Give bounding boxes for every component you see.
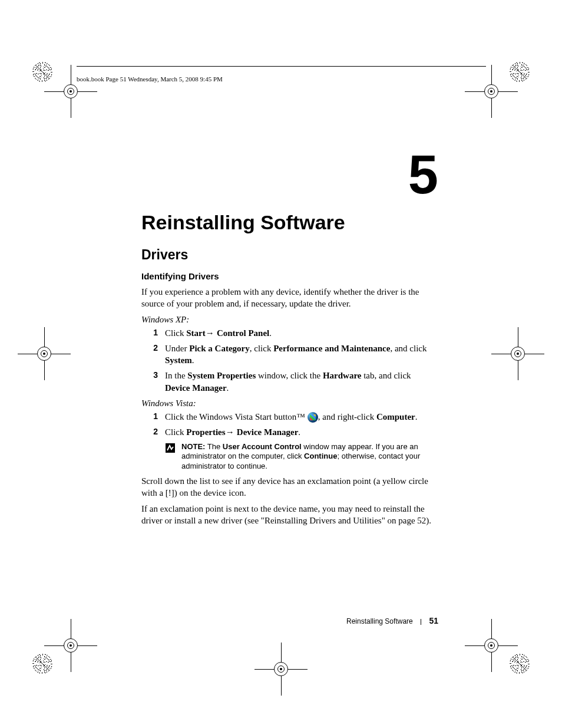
- note-block: NOTE: The User Account Control window ma…: [165, 442, 436, 472]
- ui-term: Control Panel: [217, 328, 269, 338]
- step-text: Click the Windows Vista Start button™: [165, 412, 308, 421]
- list-item: Under Pick a Category, click Performance…: [141, 342, 436, 367]
- section-title: Drivers: [141, 247, 436, 263]
- body-paragraph: If an exclamation point is next to the d…: [141, 503, 436, 527]
- step-text: , and right-click: [318, 412, 376, 421]
- ui-term: Computer: [376, 412, 415, 421]
- vista-steps: Click the Windows Vista Start button™ , …: [141, 411, 436, 439]
- footer-separator: [421, 619, 421, 625]
- xp-steps: Click Start→ Control Panel. Under Pick a…: [141, 327, 436, 394]
- ui-term: Hardware: [323, 371, 362, 380]
- list-item: Click Properties→ Device Manager.: [141, 426, 436, 438]
- step-text: , and click: [390, 344, 427, 353]
- os-label-vista: Windows Vista:: [141, 398, 436, 409]
- ui-term: User Account Control: [223, 442, 302, 451]
- arrow-text: →: [206, 328, 217, 338]
- ui-term: Properties: [186, 427, 225, 437]
- intro-paragraph: If you experience a problem with any dev…: [141, 286, 436, 310]
- note-text: NOTE: The User Account Control window ma…: [181, 442, 436, 472]
- crop-mark-icon: [465, 65, 518, 118]
- step-text: , click: [250, 344, 273, 353]
- content-area: Reinstalling Software Drivers Identifyin…: [141, 152, 436, 530]
- arrow-text: →: [226, 427, 237, 437]
- crop-mark-icon: [491, 327, 544, 380]
- ui-term: Continue: [304, 452, 337, 460]
- subsection-title: Identifying Drivers: [141, 271, 436, 281]
- page-footer: Reinstalling Software 51: [346, 616, 438, 625]
- body-paragraph: Scroll down the list to see if any devic…: [141, 475, 436, 499]
- crop-mark-icon: [465, 619, 518, 672]
- ui-term: System: [165, 355, 192, 365]
- ui-term: Performance and Maintenance: [273, 344, 390, 353]
- page: book.book Page 51 Wednesday, March 5, 20…: [0, 0, 562, 728]
- step-text: .: [192, 355, 194, 365]
- ui-term: Device Manager: [165, 383, 227, 393]
- footer-section: Reinstalling Software: [346, 617, 413, 625]
- os-label-xp: Windows XP:: [141, 315, 436, 325]
- step-text: Click: [165, 427, 186, 437]
- crop-mark-icon: [44, 65, 97, 118]
- step-text: Under: [165, 344, 189, 353]
- step-text: Click: [165, 328, 186, 338]
- page-number: 51: [429, 616, 438, 625]
- step-text: window, click the: [256, 371, 323, 380]
- crop-mark-icon: [44, 619, 97, 672]
- step-text: tab, and click: [361, 371, 411, 380]
- ui-term: Pick a Category: [189, 344, 249, 353]
- chapter-title: Reinstalling Software: [141, 211, 436, 234]
- crop-mark-icon: [18, 327, 71, 380]
- step-text: .: [415, 412, 418, 421]
- ui-term: System Properties: [187, 371, 256, 380]
- ui-term: Device Manager: [237, 427, 299, 437]
- running-head: book.book Page 51 Wednesday, March 5, 20…: [77, 75, 223, 83]
- step-text: .: [298, 427, 300, 437]
- note-icon: [165, 443, 177, 453]
- vista-start-icon: [308, 412, 318, 423]
- header-rule: [77, 66, 486, 67]
- note-segment: The: [205, 442, 222, 451]
- step-text: .: [227, 383, 229, 393]
- note-label: NOTE:: [181, 442, 205, 451]
- list-item: Click the Windows Vista Start button™ , …: [141, 411, 436, 423]
- crop-mark-icon: [254, 643, 308, 696]
- step-text: In the: [165, 371, 187, 380]
- step-text: .: [269, 328, 272, 338]
- list-item: In the System Properties window, click t…: [141, 370, 436, 394]
- list-item: Click Start→ Control Panel.: [141, 327, 436, 339]
- ui-term: Start: [186, 328, 206, 338]
